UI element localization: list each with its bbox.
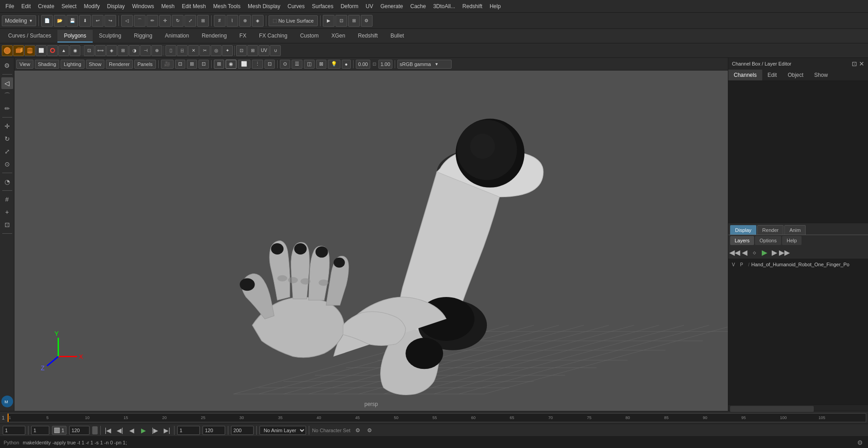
menu-windows[interactable]: Windows: [128, 2, 158, 10]
live-surface-btn[interactable]: ⬚ No Live Surface: [269, 15, 318, 26]
tab-xgen[interactable]: XGen: [325, 30, 352, 42]
layer-tab-options[interactable]: Options: [755, 236, 781, 245]
mirror-icon-btn[interactable]: ⊣: [140, 45, 151, 56]
range-end-input[interactable]: [203, 426, 225, 435]
colorspace-display[interactable]: sRGB gamma ▼: [397, 60, 452, 69]
scale-btn[interactable]: ⤢: [184, 15, 196, 27]
marquee-btn[interactable]: ⊡: [1, 219, 13, 231]
smooth-shaded-btn[interactable]: ◉: [226, 60, 236, 69]
render3-btn[interactable]: ⊞: [348, 15, 360, 27]
import-btn[interactable]: ⬇: [79, 15, 91, 27]
tab-show[interactable]: Show: [809, 70, 833, 80]
tab-sculpting[interactable]: Sculpting: [93, 30, 127, 42]
goto-end-btn[interactable]: ▶|: [162, 426, 171, 435]
uv-unfold-btn[interactable]: ∪: [270, 45, 281, 56]
tab-rendering[interactable]: Rendering: [195, 30, 233, 42]
tab-bullet[interactable]: Bullet: [384, 30, 410, 42]
snap-view-btn[interactable]: ◈: [252, 15, 264, 27]
flat-btn[interactable]: ⬜: [238, 60, 250, 69]
channel-box-close-btn[interactable]: ✕: [859, 60, 864, 67]
extrude-icon-btn[interactable]: ⊡: [84, 45, 94, 56]
settings-btn[interactable]: ⚙: [1, 60, 13, 71]
frame-box-1[interactable]: [31, 426, 49, 435]
sub-tab-display[interactable]: Display: [730, 225, 756, 235]
render-btn[interactable]: ▶: [323, 15, 335, 27]
paint-btn[interactable]: ✏: [146, 15, 158, 27]
universal-tool-btn[interactable]: ⊙: [1, 158, 13, 170]
fill-hole-btn[interactable]: ◎: [211, 45, 222, 56]
menu-curves[interactable]: Curves: [284, 2, 308, 10]
render2-btn[interactable]: ⊡: [335, 15, 347, 27]
tab-curves-surfaces[interactable]: Curves / Surfaces: [2, 30, 57, 42]
workspace-dropdown[interactable]: Modeling ▼: [2, 15, 36, 26]
renderer-menu-btn[interactable]: Renderer: [106, 60, 133, 69]
paint-select-btn[interactable]: ✏: [1, 103, 13, 114]
soft-select-btn[interactable]: ◔: [1, 176, 13, 188]
menu-3dtall[interactable]: 3DtoAll...: [429, 2, 459, 10]
menu-help[interactable]: Help: [486, 2, 505, 10]
layer-key-btn[interactable]: ⬦: [750, 248, 759, 257]
snap-point-btn[interactable]: ⊕: [239, 15, 251, 27]
menu-mesh[interactable]: Mesh: [158, 2, 178, 10]
layer-play-btn[interactable]: ▶: [760, 248, 769, 257]
tab-fx[interactable]: FX: [233, 30, 253, 42]
textures-btn[interactable]: ⊠: [316, 60, 326, 69]
viewport-canvas[interactable]: X Y Z persp: [14, 71, 728, 411]
layer-item-0[interactable]: V P / Hand_of_Humanoid_Robot_One_Finger_…: [730, 260, 866, 269]
disk-icon-btn[interactable]: ◉: [70, 45, 80, 56]
timeline-ruler[interactable]: 1 5 10 15 20 25 30 35 40 45 50 55 60 65 …: [7, 413, 866, 422]
menu-surfaces[interactable]: Surfaces: [308, 2, 337, 10]
select-tool-btn[interactable]: ◁: [1, 77, 13, 89]
lights-btn[interactable]: 💡: [328, 60, 340, 69]
sub-tab-render[interactable]: Render: [757, 225, 783, 235]
camera-btn[interactable]: 🎥: [161, 60, 174, 69]
delete-edge-btn[interactable]: ✕: [188, 45, 199, 56]
cut-faces-btn[interactable]: ✂: [199, 45, 210, 56]
lasso-btn[interactable]: ⌒: [134, 15, 146, 27]
torus-icon-btn[interactable]: ⭕: [47, 45, 58, 56]
scale-tool-btn[interactable]: ⤢: [1, 146, 13, 157]
uv-planar-btn[interactable]: ⊡: [236, 45, 247, 56]
menu-edit-mesh[interactable]: Edit Mesh: [178, 2, 209, 10]
tab-animation[interactable]: Animation: [159, 30, 195, 42]
redo-btn[interactable]: ↪: [104, 15, 116, 27]
step-fwd-btn[interactable]: |▶: [151, 426, 160, 435]
shadows-btn[interactable]: ●: [342, 60, 351, 69]
tab-custom[interactable]: Custom: [294, 30, 325, 42]
combine-icon-btn[interactable]: ⊞: [118, 45, 128, 56]
range-start-input[interactable]: [177, 426, 200, 435]
play-back-btn[interactable]: ◀: [127, 426, 136, 435]
layer-next-btn[interactable]: ▶: [770, 248, 779, 257]
open-file-btn[interactable]: 📂: [54, 15, 66, 27]
new-file-btn[interactable]: 📄: [41, 15, 53, 27]
panels-menu-btn[interactable]: Panels: [134, 60, 156, 69]
layer-prev-btn[interactable]: ◀◀: [730, 248, 739, 257]
move-btn[interactable]: ✛: [159, 15, 171, 27]
menu-edit[interactable]: Edit: [18, 2, 34, 10]
range-slider[interactable]: [92, 426, 98, 434]
isolate-btn[interactable]: ⊙: [280, 60, 290, 69]
anim-layer-dropdown[interactable]: No Anim Layer: [259, 426, 306, 435]
xray-btn[interactable]: ☰: [292, 60, 302, 69]
rotate-btn[interactable]: ↻: [172, 15, 184, 27]
cone-icon-btn[interactable]: ▲: [58, 45, 69, 56]
safe-action-btn[interactable]: ⊡: [198, 60, 209, 69]
filmgate-btn[interactable]: ⊡: [175, 60, 185, 69]
menu-file[interactable]: File: [2, 2, 18, 10]
boolean-icon-btn[interactable]: ⊕: [151, 45, 162, 56]
snap-curve-btn[interactable]: ⌇: [226, 15, 238, 27]
uv-editor-btn[interactable]: UV: [259, 45, 269, 56]
menu-deform[interactable]: Deform: [337, 2, 362, 10]
view-menu-btn[interactable]: View: [16, 60, 33, 69]
transform-btn[interactable]: ⊞: [197, 15, 209, 27]
layer-end-btn[interactable]: ▶▶: [780, 248, 789, 257]
wireframe-btn[interactable]: ⊞: [214, 60, 224, 69]
status-settings-btn[interactable]: ⚙: [855, 438, 864, 447]
tab-edit[interactable]: Edit: [762, 70, 783, 80]
tab-object[interactable]: Object: [782, 70, 809, 80]
tab-redshift[interactable]: Redshift: [352, 30, 384, 42]
cylinder-icon-btn[interactable]: [24, 45, 35, 56]
soft-select2-btn[interactable]: +: [1, 206, 13, 218]
anim-prefs-btn[interactable]: ⚙: [353, 426, 362, 435]
plane-icon-btn[interactable]: ⬜: [36, 45, 47, 56]
